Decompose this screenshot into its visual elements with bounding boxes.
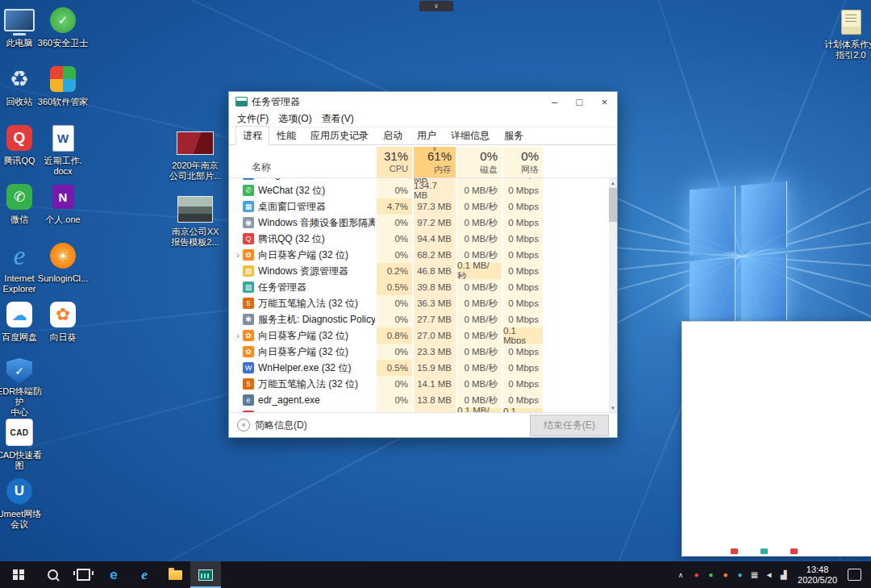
end-task-button[interactable]: 结束任务(E) <box>530 415 609 436</box>
nanjing-report-template[interactable]: 南京公司XX 报告模板2... <box>169 192 222 258</box>
process-cpu-value: 0.8% <box>377 327 412 344</box>
tab[interactable]: 性能 <box>269 126 303 145</box>
cpu-total-percent: 31% <box>384 149 408 163</box>
desktop-icon-image <box>177 196 213 223</box>
360-safe-guard[interactable]: ✓ 360安全卫士 <box>36 3 90 62</box>
360-software-manager[interactable]: 360软件管家 <box>36 62 90 121</box>
qq-tray-icon[interactable]: ● <box>690 568 703 582</box>
process-disk-value: 0.1 MB/秒 <box>457 263 502 279</box>
process-row[interactable]: › ✿ 向日葵客户端 (32 位) 0% 68.2 MB 0 MB/秒 0 Mb… <box>229 247 608 263</box>
process-row[interactable]: › ▦ 桌面窗口管理器 4.7% 97.3 MB 0 MB/秒 0 Mbps <box>229 198 608 215</box>
disk-total-percent: 0% <box>480 149 498 163</box>
process-row[interactable]: › ✿ 向日葵客户端 (32 位) 0% 23.3 MB 0 MB/秒 0 Mb… <box>229 344 608 360</box>
edr-protection-center[interactable]: ✓ EDR终端防护 中心 <box>0 357 46 415</box>
sunlogin-tray-icon[interactable]: ● <box>719 568 732 582</box>
scrollbar[interactable]: ▲ ▼ <box>609 178 617 412</box>
file-explorer-icon[interactable] <box>160 561 190 588</box>
top-autohide-arrow[interactable]: ∨ <box>419 1 453 11</box>
desktop-icon-image: W <box>52 125 74 152</box>
nanjing-photo-file[interactable]: 2020年南京 公司北部片... <box>169 126 222 192</box>
process-row[interactable]: › ✱ 服务主机: Diagnostic Policy S... 0% 27.7… <box>229 311 608 327</box>
desktop-icon-label: 南京公司XX 报告模板2... <box>171 227 219 248</box>
process-row[interactable]: › 5 万能五笔输入法 (32 位) 0% 36.3 MB 0 MB/秒 0 M… <box>229 295 608 311</box>
process-icon: ▥ <box>243 281 254 293</box>
search-button[interactable] <box>37 561 68 588</box>
process-disk-value: 0 MB/秒 <box>457 295 502 311</box>
tab[interactable]: 启动 <box>376 126 410 145</box>
desktop-icon-image: ♻ <box>6 66 32 92</box>
column-header-network[interactable]: 0% 网络 <box>503 147 543 177</box>
process-row[interactable]: › Q 腾讯QQ (32 位) 0% 94.4 MB 0 MB/秒 0 Mbps <box>229 231 608 247</box>
process-cpu-value: 0% <box>377 295 412 311</box>
process-disk-value: 0.1 MB/秒 <box>457 408 502 412</box>
ie-icon[interactable]: e <box>129 561 160 588</box>
expand-chevron-icon[interactable]: › <box>234 250 242 260</box>
menu-item[interactable]: 选项(O) <box>273 112 316 126</box>
expand-chevron-icon[interactable]: › <box>234 331 242 340</box>
process-row[interactable]: › ▥ 任务管理器 0.5% 39.8 MB 0 MB/秒 0 Mbps <box>229 279 608 295</box>
cad-viewer[interactable]: CAD CAD快速看 图 <box>0 415 46 474</box>
desktop-icon-image-box: ♻ <box>6 64 32 94</box>
column-header-disk[interactable]: 0% 磁盘 <box>457 147 502 177</box>
menu-item[interactable]: 查看(V) <box>317 112 359 126</box>
column-header-memory[interactable]: ∨ 61% 内存 <box>414 147 456 177</box>
volume-tray-icon[interactable]: ◄ <box>762 568 776 582</box>
tab[interactable]: 详细信息 <box>444 126 497 145</box>
scroll-down-icon[interactable]: ▼ <box>609 403 617 412</box>
process-row[interactable]: › ✿ 向日葵客户端 (32 位) 0.8% 27.0 MB 0 MB/秒 0.… <box>229 327 608 344</box>
task-view-button[interactable] <box>68 561 98 588</box>
tab[interactable]: 用户 <box>410 126 444 145</box>
menu-item[interactable]: 文件(F) <box>232 112 273 126</box>
start-button[interactable] <box>0 561 37 588</box>
process-row[interactable]: › ▨ Windows 资源管理器 0.2% 46.8 MB 0.1 MB/秒 … <box>229 263 608 279</box>
edge-icon[interactable]: e <box>98 561 129 588</box>
details-toggle[interactable]: ∧ 简略信息(D) <box>237 419 307 432</box>
scroll-up-icon[interactable]: ▲ <box>609 178 617 187</box>
hero-pane <box>741 254 787 324</box>
tab[interactable]: 进程 <box>235 126 269 145</box>
desktop-icon-image-box: ✓ <box>50 5 76 35</box>
process-row[interactable]: › ◉ Windows 音频设备图形隔离 0% 97.2 MB 0 MB/秒 0… <box>229 215 608 231</box>
process-memory-value: 94.4 MB <box>414 231 456 247</box>
umeet-meeting[interactable]: U Umeet网络 会议 <box>0 474 46 533</box>
hidden-icons-chevron[interactable]: ∧ <box>673 571 688 579</box>
edr-tray-icon[interactable]: ● <box>733 568 747 582</box>
desktop-icon-image: Q <box>6 125 32 151</box>
desktop-icon-image-box: CAD <box>6 417 33 448</box>
process-network-value: 0.1 Mbps <box>503 408 543 412</box>
blank-window[interactable] <box>681 321 871 557</box>
scrollbar-thumb[interactable] <box>609 188 617 222</box>
tab[interactable]: 应用历史记录 <box>303 126 376 145</box>
sunflower[interactable]: ✿ 向日葵 <box>36 298 90 357</box>
task-manager-taskbar-icon[interactable] <box>190 561 221 588</box>
tab[interactable]: 服务 <box>497 126 531 145</box>
process-row[interactable]: › e edr_agent.exe 0% 13.8 MB 0 MB/秒 0 Mb… <box>229 392 608 408</box>
desktop-icon-label: 360安全卫士 <box>38 38 88 48</box>
network-tray-icon[interactable]: ▟ <box>777 568 790 582</box>
column-header-cpu[interactable]: 31% CPU <box>377 147 412 177</box>
process-icon: 5 <box>243 378 254 390</box>
taskbar-clock[interactable]: 13:48 2020/5/20 <box>792 565 843 586</box>
process-name: 桌面窗口管理器 <box>258 200 375 214</box>
process-row[interactable]: › ◆ Sangfor Defender Antivirus S... 0% 1… <box>229 408 608 412</box>
process-icon: ✿ <box>243 249 254 261</box>
personal-one[interactable]: N 个人.one <box>36 180 90 239</box>
process-row[interactable]: › W WnHelper.exe (32 位) 0.5% 15.9 MB 0 M… <box>229 360 608 376</box>
plan-guide-doc[interactable]: 计划体系作业 指引2.0 <box>824 5 871 64</box>
action-center-icon[interactable] <box>848 569 861 581</box>
wechat-tray-icon[interactable]: ● <box>704 568 718 582</box>
maximize-button[interactable]: □ <box>567 92 592 111</box>
sunlogin-client[interactable]: ☀ SunloginCl... <box>36 239 90 298</box>
process-row[interactable]: › ✆ WeChat (32 位) 0% 134.7 MB 0 MB/秒 0 M… <box>229 182 608 198</box>
ime-tray-icon[interactable]: ▦ <box>748 568 761 582</box>
close-button[interactable]: × <box>592 92 617 111</box>
column-header-name[interactable]: 名称 <box>229 147 375 177</box>
process-network-value: 0 Mbps <box>503 215 543 231</box>
desktop-icon-label: 此电脑 <box>6 38 33 48</box>
tab-bar: 进程性能应用历史记录启动用户详细信息服务 <box>229 127 617 145</box>
process-row[interactable]: › 5 万能五笔输入法 (32 位) 0% 14.1 MB 0 MB/秒 0 M… <box>229 376 608 392</box>
minimize-button[interactable]: – <box>542 92 567 111</box>
process-network-value: 0 Mbps <box>503 360 543 376</box>
recent-work-docx[interactable]: W 近期工作. docx <box>36 121 90 180</box>
title-bar[interactable]: 任务管理器 – □ × <box>229 92 617 111</box>
